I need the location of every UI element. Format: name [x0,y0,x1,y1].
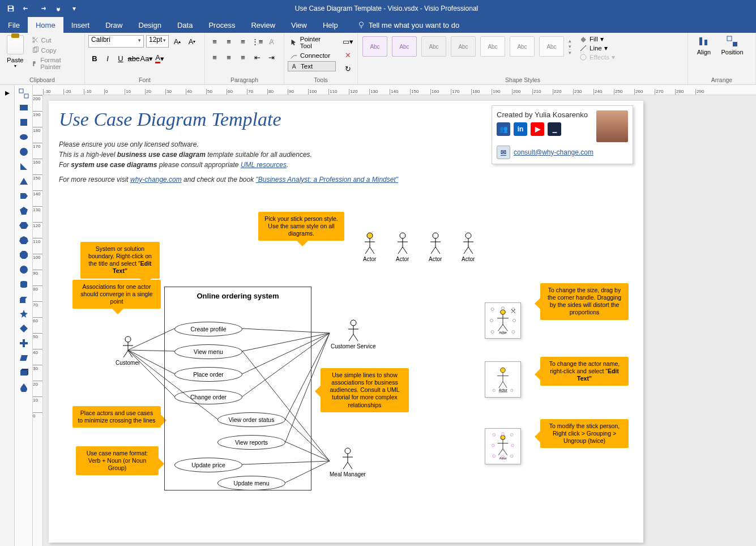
align-center-button[interactable]: ≡ [223,51,235,63]
square-shape[interactable] [19,118,28,127]
position-button[interactable]: Position [720,35,745,56]
hexagon-shape[interactable] [19,221,28,230]
system-title[interactable]: Online ordering system [165,287,311,305]
helper-size-demo[interactable]: Actor [485,302,521,339]
style-swatch-6[interactable]: Abc [510,36,535,57]
usecase-view-menu[interactable]: View menu [174,344,242,359]
rectangle-tool-button[interactable]: ▭▾ [341,35,354,48]
align-middle-button[interactable]: ≡ [223,35,235,48]
right-triangle-shape[interactable] [19,162,28,171]
redo-button[interactable] [35,1,50,16]
book-link[interactable]: "Business Analyst: a Profession and a Mi… [256,176,399,184]
site-icon[interactable]: ⎯ [548,122,561,136]
youtube-icon[interactable]: ▶ [531,122,544,136]
style-gallery[interactable]: Abc Abc Abc Abc Abc Abc Abc ▴▾▾ [361,35,573,58]
format-painter-button[interactable]: Format Painter [29,56,81,71]
people-icon[interactable]: 👥 [497,122,510,136]
triangle-shape[interactable] [19,177,28,186]
callout-simple-lines[interactable]: Use simple lines to show associations fo… [321,368,409,412]
tab-view[interactable]: View [283,17,315,33]
shrink-font-button[interactable]: A▾ [186,35,198,48]
cube-shape[interactable] [19,295,28,304]
font-name-combo[interactable]: Calibri [88,35,144,48]
paste-button[interactable]: Paste ▾ [3,35,27,69]
sample-actor-1[interactable]: Actor [363,232,376,262]
align-top-button[interactable]: ≡ [208,35,221,48]
usecase-place-order[interactable]: Place order [174,367,242,382]
actor-customer[interactable]: Customer [116,336,140,366]
increase-indent-button[interactable]: ⇥ [265,51,277,63]
bullets-button[interactable]: ⋮≡ [251,35,263,48]
tab-help[interactable]: Help [315,17,346,33]
usecase-view-reports[interactable]: View reports [217,435,285,450]
tab-home[interactable]: Home [28,17,63,33]
rectangle-shape[interactable] [19,103,28,112]
can-shape[interactable] [19,280,28,289]
effects-button[interactable]: Effects▾ [579,53,615,61]
uml-resources-link[interactable]: UML resources [241,161,287,169]
usecase-update-menu[interactable]: Update menu [217,476,285,490]
font-color-button[interactable]: A▾ [153,52,166,65]
callout-boundary[interactable]: System or solution boundary. Right-click… [80,242,160,279]
actor-meal-manager[interactable]: Meal Manager [330,447,366,477]
circle-shape[interactable] [19,147,28,156]
callout-pick-style[interactable]: Pick your stick person style. Use the sa… [258,212,344,241]
author-box[interactable]: Created by Yulia Kosarenko 👥 in ▶ ⎯ [492,105,633,164]
usecase-view-order-status[interactable]: View order status [217,412,285,427]
callout-place-actors[interactable]: Place actors and use cases to minimize c… [72,406,161,428]
shapes-pane-toggle[interactable]: ▸ [0,85,15,546]
strikethrough-button[interactable]: abc [127,52,140,65]
star-shape[interactable] [19,309,28,318]
why-change-link[interactable]: why-change.com [130,176,182,184]
email-link[interactable]: ✉ consult@why-change.com [497,146,628,159]
change-case-button[interactable]: Aa▾ [140,52,153,65]
style-swatch-2[interactable]: Abc [392,36,417,57]
drop-shape[interactable] [19,383,28,392]
tab-data[interactable]: Data [169,17,200,33]
align-left-button[interactable]: ≡ [208,51,221,63]
callout-modify-stick[interactable]: To modify the stick person, Right click … [540,419,629,448]
sample-actor-2[interactable]: Actor [396,232,409,262]
text-tool-button[interactable]: AText [288,61,336,71]
helper-name-demo[interactable]: Actor [485,361,521,398]
touch-mode-button[interactable] [51,1,66,16]
clear-format-button[interactable]: A̷ [265,35,277,48]
save-button[interactable] [3,1,18,16]
callout-change-name[interactable]: To change the actor name, right-click an… [540,357,629,386]
sample-actor-4[interactable]: Actor [462,232,475,262]
box-shape[interactable] [19,368,28,377]
parallelogram-shape[interactable] [19,353,28,362]
tab-process[interactable]: Process [200,17,243,33]
cross-shape[interactable] [19,339,28,348]
tab-review[interactable]: Review [243,17,283,33]
sample-actor-3[interactable]: Actor [429,232,442,262]
pentagon-shape[interactable] [19,206,28,215]
pointer-tool-button[interactable]: Pointer Tool [288,35,336,50]
style-swatch-1[interactable]: Abc [362,36,387,57]
decagon-shape[interactable] [19,265,28,274]
style-swatch-7[interactable]: Abc [539,36,564,57]
usecase-update-price[interactable]: Update price [174,458,242,472]
connection-point-button[interactable]: ✕ [341,49,354,61]
style-swatch-5[interactable]: Abc [480,36,505,57]
connector-tool-button[interactable]: Connector [288,51,336,60]
heptagon-shape[interactable] [19,236,28,245]
pentagon-right-shape[interactable] [19,191,28,201]
linkedin-icon[interactable]: in [514,122,527,136]
align-bottom-button[interactable]: ≡ [237,35,249,48]
ellipse-shape[interactable] [19,133,28,142]
decrease-indent-button[interactable]: ⇤ [251,51,263,63]
italic-button[interactable]: I [101,52,114,65]
drawing-page[interactable]: Use Case Diagram Template Please ensure … [49,101,643,543]
tab-file[interactable]: File [0,17,28,33]
actor-customer-service[interactable]: Customer Service [331,319,375,349]
align-right-button[interactable]: ≡ [237,51,249,63]
line-button[interactable]: Line▾ [579,44,615,52]
callout-change-size[interactable]: To change the size, drag by the corner h… [540,283,629,320]
callout-associations[interactable]: Associations for one actor should conver… [72,280,161,309]
callout-usecase-format[interactable]: Use case name format: Verb + Noun (or No… [76,446,159,475]
tab-draw[interactable]: Draw [97,17,130,33]
grow-font-button[interactable]: A▴ [171,35,183,48]
usecase-create-profile[interactable]: Create profile [174,322,242,336]
intro-text[interactable]: Please ensure you use only licensed soft… [59,139,398,185]
